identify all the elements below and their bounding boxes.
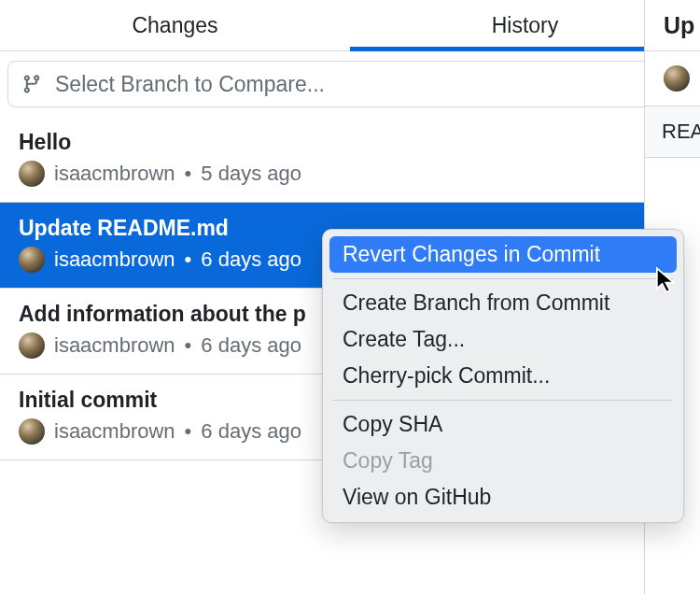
avatar — [19, 247, 45, 273]
menu-copy-sha[interactable]: Copy SHA — [329, 406, 677, 443]
branch-compare-selector[interactable]: Select Branch to Compare... — [7, 61, 693, 107]
commit-time: 5 days ago — [201, 162, 301, 186]
separator-dot: • — [185, 333, 192, 358]
commit-title: Hello — [19, 130, 681, 155]
menu-copy-tag: Copy Tag — [329, 443, 677, 479]
detail-file[interactable]: REA — [645, 106, 700, 158]
commit-meta: isaacmbrown • 5 days ago — [19, 161, 681, 187]
context-menu: Revert Changes in Commit Create Branch f… — [322, 229, 684, 523]
menu-create-branch[interactable]: Create Branch from Commit — [329, 285, 677, 321]
branch-compare-placeholder: Select Branch to Compare... — [55, 72, 325, 97]
separator-dot: • — [185, 419, 192, 444]
commit-author: isaacmbrown — [54, 248, 175, 272]
menu-create-tag[interactable]: Create Tag... — [329, 321, 677, 358]
avatar — [664, 65, 690, 92]
commit-item[interactable]: Hello isaacmbrown • 5 days ago — [0, 117, 700, 203]
commit-author: isaacmbrown — [54, 419, 175, 444]
menu-cherry-pick[interactable]: Cherry-pick Commit... — [329, 358, 677, 394]
menu-separator — [333, 278, 673, 279]
menu-view-on-github[interactable]: View on GitHub — [329, 479, 677, 516]
commit-time: 6 days ago — [201, 333, 301, 358]
menu-revert-changes[interactable]: Revert Changes in Commit — [329, 236, 677, 273]
commit-author: isaacmbrown — [54, 333, 175, 358]
avatar — [19, 332, 45, 359]
git-branch-icon — [21, 73, 42, 95]
separator-dot: • — [185, 248, 192, 272]
detail-title: Up — [645, 0, 700, 51]
tab-changes[interactable]: Changes — [0, 0, 350, 50]
commit-time: 6 days ago — [201, 248, 301, 272]
commit-time: 6 days ago — [201, 419, 301, 444]
tabs-bar: Changes History — [0, 0, 700, 51]
detail-meta — [645, 51, 700, 106]
avatar — [19, 418, 45, 445]
menu-separator — [333, 400, 673, 401]
separator-dot: • — [185, 162, 192, 186]
commit-author: isaacmbrown — [54, 162, 175, 186]
avatar — [19, 161, 45, 187]
